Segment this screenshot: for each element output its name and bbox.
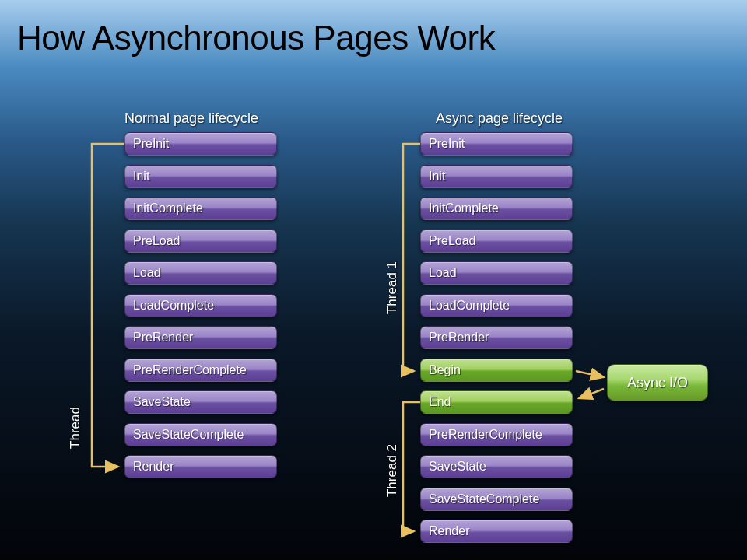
svg-line-2 <box>579 389 604 398</box>
normal-thread-bracket <box>0 0 747 560</box>
svg-line-1 <box>576 371 604 377</box>
